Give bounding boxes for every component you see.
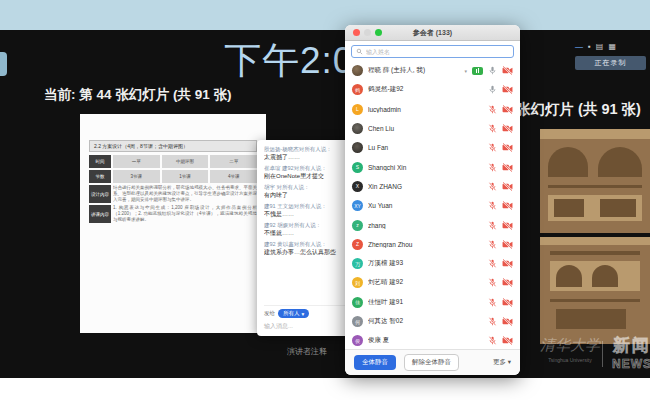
mic-muted-icon[interactable] <box>488 240 497 249</box>
slide-row-label: 时间 <box>89 155 111 168</box>
search-field[interactable] <box>351 45 514 58</box>
camera-off-icon[interactable] <box>502 240 513 249</box>
camera-off-icon[interactable] <box>502 259 513 268</box>
slide-table-title: 2.2 方案设计（4周，8节课；含中期评图） <box>89 140 257 152</box>
slide-cell: 中期评图 <box>162 155 209 168</box>
tsinghua-watermark-en: Tsinghua University <box>540 357 600 363</box>
camera-off-icon[interactable] <box>502 317 513 326</box>
minimize-icon[interactable]: — <box>575 42 583 51</box>
camera-off-icon[interactable] <box>502 163 513 172</box>
search-area <box>345 41 520 60</box>
participant-controls <box>488 336 513 345</box>
mic-icon[interactable] <box>488 66 497 75</box>
chevron-down-icon: ▾ <box>302 311 305 317</box>
camera-off-icon[interactable] <box>502 336 513 345</box>
camera-off-icon[interactable] <box>502 298 513 307</box>
mic-muted-icon[interactable] <box>488 105 497 114</box>
avatar: Z <box>352 239 363 250</box>
participant-row[interactable]: 鹤鹤灵然-建92 <box>345 80 520 99</box>
more-button[interactable]: 更多 ▾ <box>493 358 511 367</box>
participant-name: 何其达 智02 <box>368 317 488 326</box>
mic-muted-icon[interactable] <box>488 336 497 345</box>
participant-name: 佳恒叶 建91 <box>368 298 488 307</box>
camera-off-icon[interactable] <box>502 221 513 230</box>
camera-off-icon[interactable] <box>502 278 513 287</box>
camera-off-icon[interactable] <box>502 85 513 94</box>
slide-row-label: 设计内容 <box>89 185 111 203</box>
mic-muted-icon[interactable] <box>488 163 497 172</box>
participant-controls <box>488 259 513 268</box>
participant-row[interactable]: XXin ZHANG <box>345 177 520 196</box>
camera-off-icon[interactable] <box>502 124 513 133</box>
slide-row-label: 讲课内容 <box>89 205 111 223</box>
send-to-value: 所有人 <box>283 310 300 317</box>
participant-name: Lu Fan <box>368 144 488 151</box>
mic-muted-icon[interactable] <box>488 201 497 210</box>
mic-muted-icon[interactable] <box>488 143 497 152</box>
participant-list[interactable]: 程晓 薛 (主持人, 我)▾ 鹤鹤灵然-建92 Llucyhadmin Chen… <box>345 60 520 349</box>
slide-table-row: 节数 3节课 1节课 4节课 <box>89 170 257 183</box>
participant-row[interactable]: ZZhengran Zhou <box>345 235 520 254</box>
avatar: L <box>352 104 363 115</box>
participants-panel: 参会者 (133) 程晓 薛 (主持人, 我)▾ 鹤鹤灵然-建92 L <box>345 25 520 375</box>
participant-row[interactable]: Llucyhadmin <box>345 100 520 119</box>
unmute-all-button[interactable]: 解除全体静音 <box>404 354 459 371</box>
participant-name: lucyhadmin <box>368 106 488 113</box>
slide-counter-secondary: 张幻灯片 (共 91 张) <box>516 100 641 119</box>
participant-row[interactable]: 俊俊康 夏 <box>345 331 520 349</box>
layout-split-icon[interactable]: ▤ <box>596 42 604 51</box>
participant-row[interactable]: 万万溪檀 建93 <box>345 254 520 273</box>
participant-name: 万溪檀 建93 <box>368 259 488 268</box>
recording-status-badge[interactable]: 正在录制 <box>575 56 646 70</box>
more-label: 更多 <box>493 358 506 365</box>
panel-titlebar[interactable]: 参会者 (133) <box>345 25 520 41</box>
participant-controls <box>488 201 513 210</box>
panel-footer: 全体静音 解除全体静音 更多 ▾ <box>345 349 520 375</box>
camera-off-icon[interactable] <box>502 143 513 152</box>
participant-row[interactable]: Lu Fan <box>345 138 520 157</box>
chevron-down-icon[interactable]: ▾ <box>464 68 467 74</box>
mic-muted-icon[interactable] <box>488 317 497 326</box>
participant-name: Xin ZHANG <box>368 183 488 190</box>
avatar <box>352 65 363 76</box>
camera-off-icon[interactable] <box>502 182 513 191</box>
watermark-divider <box>602 341 603 367</box>
participant-controls <box>488 85 513 94</box>
participant-name: 刘艺晴 建92 <box>368 278 488 287</box>
slide-cell: 4节课 <box>210 170 257 183</box>
send-to-selector[interactable]: 所有人 ▾ <box>278 309 309 318</box>
participant-controls <box>488 221 513 230</box>
participant-row[interactable]: 刘刘艺晴 建92 <box>345 273 520 292</box>
participant-row[interactable]: Chen Liu <box>345 119 520 138</box>
camera-off-icon[interactable] <box>502 66 513 75</box>
layout-grid-icon[interactable]: ▦ <box>608 42 616 51</box>
mic-muted-icon[interactable] <box>488 124 497 133</box>
tsinghua-watermark-cn: 清华大学 <box>540 336 600 355</box>
camera-off-icon[interactable] <box>502 105 513 114</box>
mic-muted-icon[interactable] <box>488 278 497 287</box>
avatar: 俊 <box>352 335 363 346</box>
mic-muted-icon[interactable] <box>488 221 497 230</box>
slide-cell: 二草 <box>210 155 257 168</box>
mute-all-button[interactable]: 全体静音 <box>354 355 396 370</box>
mic-muted-icon[interactable] <box>488 182 497 191</box>
sketch-image-bottom <box>540 237 650 344</box>
camera-off-icon[interactable] <box>502 201 513 210</box>
send-to-label: 发给 <box>264 310 275 317</box>
slide-cell: 一草 <box>113 155 160 168</box>
mic-icon[interactable] <box>488 85 497 94</box>
participant-row[interactable]: 何何其达 智02 <box>345 312 520 331</box>
slide-table-row: 时间 一草 中期评图 二草 <box>89 155 257 168</box>
slide-paragraph: 1. 构思表达与空间生成：1,200 座剧场设计，大师作品案例分析（1:200）… <box>113 205 257 223</box>
background-window-edge <box>0 52 7 76</box>
search-input[interactable] <box>366 49 509 55</box>
participant-row[interactable]: 佳佳恒叶 建91 <box>345 293 520 312</box>
mic-muted-icon[interactable] <box>488 259 497 268</box>
participant-row[interactable]: 程晓 薛 (主持人, 我)▾ <box>345 61 520 80</box>
participant-row[interactable]: XYXu Yuan <box>345 196 520 215</box>
avatar: z <box>352 220 363 231</box>
layout-single-icon[interactable]: ▪ <box>588 42 591 51</box>
participant-row[interactable]: SShangchi Xin <box>345 157 520 176</box>
participant-row[interactable]: zzhang <box>345 215 520 234</box>
mic-muted-icon[interactable] <box>488 298 497 307</box>
